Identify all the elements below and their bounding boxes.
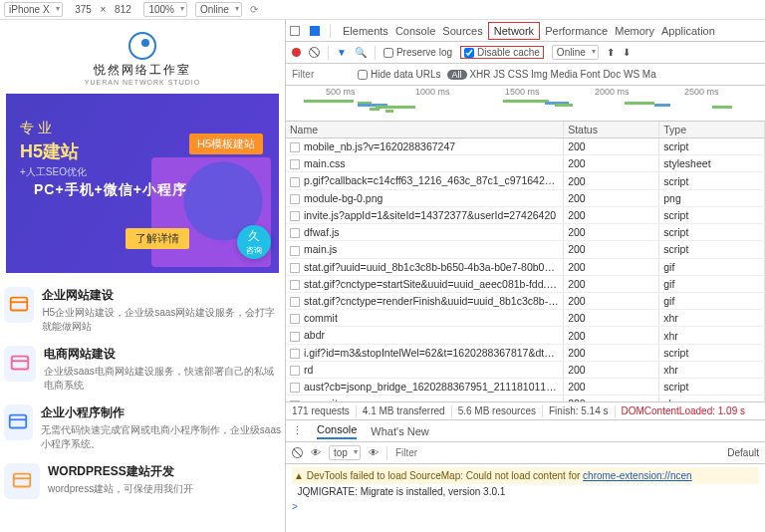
- col-type[interactable]: Type: [659, 122, 765, 138]
- service-icon: [4, 287, 34, 323]
- service-item[interactable]: 企业小程序制作无需代码快速完成官网或电商小程序制作，企业级saas小程序系统。: [0, 399, 285, 457]
- request-row[interactable]: stat.gif?uuid=uuid_8b1c3c8b-b650-4b3a-b0…: [286, 258, 765, 275]
- timeline-tick: 2500 ms: [684, 87, 719, 97]
- request-row[interactable]: stat.gif?cnctype=startSite&uuid=uuid_aee…: [286, 275, 765, 292]
- drawer-tab-console[interactable]: Console: [317, 423, 357, 439]
- clear-icon[interactable]: [309, 47, 320, 58]
- service-desc: H5企业网站建设，企业级saas网站建设服务，会打字就能做网站: [42, 306, 281, 334]
- preserve-log-checkbox[interactable]: Preserve log: [383, 47, 452, 58]
- filter-type-css[interactable]: CSS: [508, 69, 529, 80]
- upload-icon[interactable]: ⬆: [607, 47, 615, 58]
- col-name[interactable]: Name: [286, 122, 564, 138]
- devtools-tab-network[interactable]: Network: [488, 22, 540, 40]
- float-consult-button[interactable]: 久咨询: [237, 225, 271, 259]
- console-filter-input[interactable]: [395, 447, 445, 458]
- request-row[interactable]: module-bg-0.png200png: [286, 189, 765, 206]
- svg-rect-4: [10, 415, 27, 428]
- inspect-icon[interactable]: [290, 26, 300, 36]
- rotate-icon[interactable]: ⟳: [250, 4, 258, 15]
- filter-type-ws[interactable]: WS: [624, 69, 639, 80]
- eye-icon-2[interactable]: 👁: [369, 447, 379, 458]
- file-icon: [290, 297, 300, 307]
- file-icon: [290, 314, 300, 324]
- filter-type-doc[interactable]: Doc: [603, 69, 621, 80]
- col-status[interactable]: Status: [564, 122, 659, 138]
- filter-type-img[interactable]: Img: [531, 69, 548, 80]
- log-levels-select[interactable]: Default: [727, 447, 759, 458]
- device-mode-icon[interactable]: [310, 26, 320, 36]
- file-icon: [290, 159, 300, 169]
- download-icon[interactable]: ⬇: [623, 47, 631, 58]
- console-controls: 👁 top 👁 Default: [286, 442, 765, 464]
- request-row[interactable]: main.js200script: [286, 241, 765, 258]
- devtools-tab-sources[interactable]: Sources: [440, 22, 484, 40]
- filter-type-media[interactable]: Media: [551, 69, 578, 80]
- banner-line4: PC+手机+微信+小程序: [34, 181, 187, 199]
- drawer-tab-whatsnew[interactable]: What's New: [371, 425, 428, 437]
- filter-type-ma[interactable]: Ma: [642, 69, 656, 80]
- devtools-tab-elements[interactable]: Elements: [341, 22, 390, 40]
- devtools-tab-application[interactable]: Application: [659, 22, 717, 40]
- service-item[interactable]: 企业网站建设H5企业网站建设，企业级saas网站建设服务，会打字就能做网站: [0, 281, 285, 340]
- banner-cta-button[interactable]: 了解详情: [126, 228, 189, 249]
- filter-input[interactable]: [292, 69, 352, 80]
- console-clear-icon[interactable]: [292, 447, 303, 458]
- request-row[interactable]: commit200xhr: [286, 310, 765, 327]
- zoom-select[interactable]: 100%: [143, 2, 187, 17]
- disable-cache-checkbox[interactable]: Disable cache: [460, 46, 544, 59]
- drawer-menu-icon[interactable]: ⋮: [292, 424, 303, 437]
- service-item[interactable]: 电商网站建设企业级saas电商网站建设服务，快速部署自己的私域电商系统: [0, 340, 285, 399]
- network-table[interactable]: Name Status Type mobile_nb.js?v=16202883…: [286, 122, 765, 402]
- request-row[interactable]: i.gif?id=m3&stopIntelWel=62&t=1620288367…: [286, 344, 765, 361]
- request-row[interactable]: aust?cb=jsonp_bridge_1620288367951_21118…: [286, 379, 765, 396]
- eye-icon[interactable]: 👁: [311, 447, 321, 458]
- timeline-overview[interactable]: 500 ms1000 ms1500 ms2000 ms2500 ms: [286, 86, 765, 122]
- filter-type-js[interactable]: JS: [493, 69, 505, 80]
- filter-icon[interactable]: ▼: [337, 47, 347, 58]
- throttle-select[interactable]: Online: [195, 2, 242, 17]
- timeline-tick: 1500 ms: [505, 87, 540, 97]
- online-select[interactable]: Online: [552, 45, 599, 60]
- filter-type-xhr[interactable]: XHR: [469, 69, 490, 80]
- drawer-tabs: ⋮ Console What's New: [286, 420, 765, 442]
- hide-data-urls-checkbox[interactable]: Hide data URLs: [358, 69, 441, 80]
- request-row[interactable]: main.css200stylesheet: [286, 155, 765, 172]
- file-icon: [290, 194, 300, 204]
- request-row[interactable]: p.gif?callback=c14cff63_1216_463c_87c1_c…: [286, 172, 765, 189]
- file-icon: [290, 211, 300, 221]
- record-icon[interactable]: [292, 48, 301, 57]
- devtools-panel: Elements Console Sources Network Perform…: [286, 20, 765, 532]
- svg-rect-6: [14, 474, 31, 487]
- file-icon: [290, 366, 300, 376]
- request-row[interactable]: abdr200xhr: [286, 327, 765, 344]
- request-row[interactable]: commit200xhr: [286, 396, 765, 402]
- banner-tag[interactable]: H5模板建站: [189, 133, 263, 154]
- logo-icon: [128, 32, 156, 60]
- request-row[interactable]: dfwaf.js200script: [286, 224, 765, 241]
- service-desc: 企业级saas电商网站建设服务，快速部署自己的私域电商系统: [44, 365, 281, 393]
- service-title: WORDPRESS建站开发: [48, 463, 193, 480]
- request-row[interactable]: stat.gif?cnctype=renderFinish&uuid=uuid_…: [286, 292, 765, 309]
- file-icon: [290, 349, 300, 359]
- request-row[interactable]: invite.js?appId=1&siteId=14372377&userId…: [286, 206, 765, 223]
- width-input[interactable]: 375: [71, 4, 97, 15]
- device-select[interactable]: iPhone X: [4, 2, 63, 17]
- service-item[interactable]: WORDPRESS建站开发wordpress建站，可保使用我们开: [0, 457, 285, 505]
- devtools-tab-memory[interactable]: Memory: [613, 22, 656, 40]
- request-row[interactable]: mobile_nb.js?v=1620288367247200script: [286, 138, 765, 155]
- height-input[interactable]: 812: [110, 4, 135, 15]
- service-desc: 无需代码快速完成官网或电商小程序制作，企业级saas小程序系统。: [41, 423, 281, 451]
- console-prompt[interactable]: >: [292, 499, 759, 514]
- file-icon: [290, 177, 300, 187]
- request-row[interactable]: rd200xhr: [286, 361, 765, 378]
- sourcemap-link[interactable]: chrome-extension://ncen: [583, 470, 692, 481]
- devtools-tab-performance[interactable]: Performance: [543, 22, 610, 40]
- filter-type-all[interactable]: All: [447, 70, 467, 80]
- context-select[interactable]: top: [329, 445, 361, 460]
- file-icon: [290, 383, 300, 393]
- devtools-tab-console[interactable]: Console: [393, 22, 437, 40]
- filter-type-font[interactable]: Font: [581, 69, 601, 80]
- search-icon[interactable]: 🔍: [355, 47, 367, 58]
- service-title: 企业网站建设: [42, 287, 281, 304]
- devtools-tabs: Elements Console Sources Network Perform…: [286, 20, 765, 42]
